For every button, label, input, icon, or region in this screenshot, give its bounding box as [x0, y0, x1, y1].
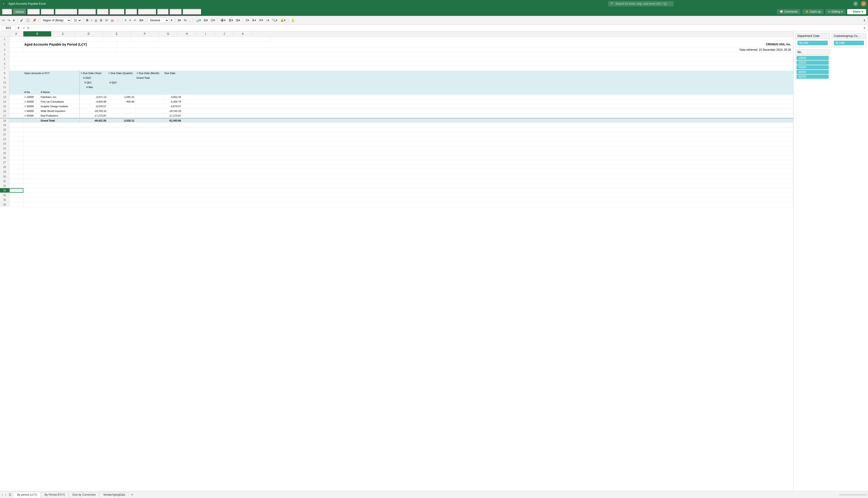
- merge-button[interactable]: ⊞▾: [138, 18, 144, 23]
- cell-b2[interactable]: Aged Accounts Payable by Period (LCY): [23, 41, 117, 48]
- cell-c15[interactable]: Graphic Design Institute: [40, 104, 79, 109]
- cell-b25[interactable]: [23, 151, 793, 155]
- cell-b27[interactable]: [23, 160, 793, 165]
- cell-b21[interactable]: [23, 132, 793, 137]
- add-sheet-button[interactable]: +: [129, 493, 135, 497]
- cell-b10[interactable]: [23, 80, 61, 85]
- cell-f17[interactable]: [135, 113, 163, 118]
- cell-styles-button[interactable]: ⊡▾: [210, 18, 216, 23]
- cell-b31[interactable]: [23, 179, 793, 183]
- cell-c8[interactable]: [61, 71, 79, 76]
- cell-g16[interactable]: -18,193.10: [163, 109, 182, 113]
- cell-e13[interactable]: -1,581.21: [107, 95, 135, 99]
- cell-c11[interactable]: [61, 85, 79, 90]
- cell-a17[interactable]: [9, 113, 23, 118]
- cell-f16[interactable]: [135, 109, 163, 113]
- fill-color-button[interactable]: A▾: [104, 18, 109, 23]
- tab-next-button[interactable]: ›: [4, 493, 8, 497]
- cell-d12[interactable]: [79, 90, 107, 95]
- cell-c12[interactable]: ⊞ Name: [40, 90, 79, 95]
- underline-button[interactable]: U: [94, 18, 98, 23]
- format-more-button[interactable]: ▾: [170, 18, 173, 23]
- cell-d17[interactable]: -17,273.87: [79, 113, 107, 118]
- no-filter-50000[interactable]: 50000: [797, 75, 829, 79]
- sum-button[interactable]: Σ▾: [245, 18, 250, 23]
- cell-reference-input[interactable]: [1, 26, 15, 30]
- cell-a18[interactable]: [9, 118, 23, 123]
- cell-a23[interactable]: [9, 141, 23, 146]
- cell-f15[interactable]: [135, 104, 163, 109]
- cell-f8[interactable]: ⊞ Due Date (Month): [135, 71, 163, 76]
- no-filter-40000[interactable]: 40000: [797, 70, 829, 74]
- comments-button[interactable]: 💬 Comments: [777, 9, 800, 14]
- cell-b7[interactable]: [9, 66, 793, 71]
- menu-page-layout[interactable]: Page Layout: [55, 9, 78, 15]
- cell-a10[interactable]: [9, 80, 23, 85]
- cell-b17[interactable]: ⊞ 50000: [23, 113, 40, 118]
- tab-due-by-currencies[interactable]: Due by Currencies: [69, 492, 99, 497]
- cell-b24[interactable]: [23, 146, 793, 151]
- cell-b8[interactable]: Open amounts in FCY: [23, 71, 61, 76]
- table-button[interactable]: ⊞▾: [203, 18, 209, 23]
- col-header-e[interactable]: E: [103, 31, 131, 37]
- find-button[interactable]: 🔍▾: [271, 18, 278, 23]
- cell-g15[interactable]: -6,979.57: [163, 104, 182, 109]
- cell-b22[interactable]: [23, 137, 793, 141]
- italic-button[interactable]: I: [90, 18, 93, 23]
- tab-prev-button[interactable]: ‹: [1, 493, 4, 497]
- cell-e11[interactable]: [107, 85, 793, 90]
- cell-f1[interactable]: [131, 37, 159, 41]
- cell-h16[interactable]: [182, 109, 793, 113]
- cell-h3[interactable]: Data retrieved: 15 December 2024, 00:26: [117, 48, 793, 52]
- editing-button[interactable]: ✏ Editing ▾: [826, 9, 845, 14]
- search-box[interactable]: 🔍: [608, 1, 673, 6]
- no-filter-30000[interactable]: 30000: [797, 65, 829, 69]
- cell-a30[interactable]: [9, 174, 23, 179]
- col-header-j[interactable]: J: [215, 31, 233, 37]
- col-header-a[interactable]: A: [9, 31, 23, 37]
- cell-a24[interactable]: [9, 146, 23, 151]
- sheet-scroll-area[interactable]: 1 2 Aged Accounts Payable by Period (LCY…: [0, 37, 793, 491]
- cell-b3[interactable]: [23, 48, 117, 52]
- cell-a35[interactable]: [9, 197, 23, 202]
- formula-confirm-button[interactable]: ✓: [22, 25, 26, 30]
- insert-row-button[interactable]: ➕▾: [219, 18, 227, 23]
- menu-automate[interactable]: Automate: [138, 9, 157, 15]
- bold-button[interactable]: B: [85, 18, 89, 23]
- cell-e8[interactable]: ⊞ Due Date (Quarter): [107, 71, 135, 76]
- cell-e1[interactable]: [103, 37, 131, 41]
- cell-g17[interactable]: -17,273.87: [163, 113, 182, 118]
- menu-file[interactable]: File: [2, 9, 12, 15]
- cell-g12[interactable]: [163, 90, 793, 95]
- horizontal-scrollbar[interactable]: [839, 494, 867, 496]
- wrap-text-button[interactable]: ↵: [133, 18, 137, 23]
- col-header-g[interactable]: G: [159, 31, 177, 37]
- cell-b26[interactable]: [23, 155, 793, 160]
- cell-c13[interactable]: Fabrikam, Inc.: [40, 95, 79, 99]
- cell-b30[interactable]: [23, 174, 793, 179]
- font-size-select[interactable]: 10: [72, 18, 82, 23]
- cell-f13[interactable]: [135, 95, 163, 99]
- cell-h15[interactable]: [182, 104, 793, 109]
- cell-d14[interactable]: -4,903.88: [79, 99, 107, 104]
- col-header-f[interactable]: F: [131, 31, 159, 37]
- col-header-c[interactable]: C: [51, 31, 75, 37]
- search-input[interactable]: [615, 2, 669, 5]
- border-button[interactable]: ⊞: [99, 18, 103, 23]
- cell-a21[interactable]: [9, 132, 23, 137]
- no-filter-10000[interactable]: 10000: [797, 56, 829, 60]
- tab-by-period-fcy[interactable]: By Period (FCY): [41, 492, 68, 497]
- col-header-d[interactable]: D: [75, 31, 103, 37]
- cell-e14[interactable]: -450.90: [107, 99, 135, 104]
- no-filter-20000[interactable]: 20000: [797, 61, 829, 65]
- customer-group-blank[interactable]: BLANK: [834, 41, 864, 45]
- conditional-format-button[interactable]: 📊▾: [195, 18, 202, 23]
- undo-button[interactable]: ↩: [1, 18, 6, 23]
- format-select[interactable]: General: [148, 18, 169, 23]
- font-family-select[interactable]: Segoe UI (Body): [41, 18, 71, 23]
- cell-c9[interactable]: [61, 76, 79, 80]
- cell-a28[interactable]: [9, 165, 23, 169]
- col-header-h[interactable]: H: [177, 31, 196, 37]
- cell-a13[interactable]: [9, 95, 23, 99]
- cell-b5[interactable]: [9, 57, 793, 62]
